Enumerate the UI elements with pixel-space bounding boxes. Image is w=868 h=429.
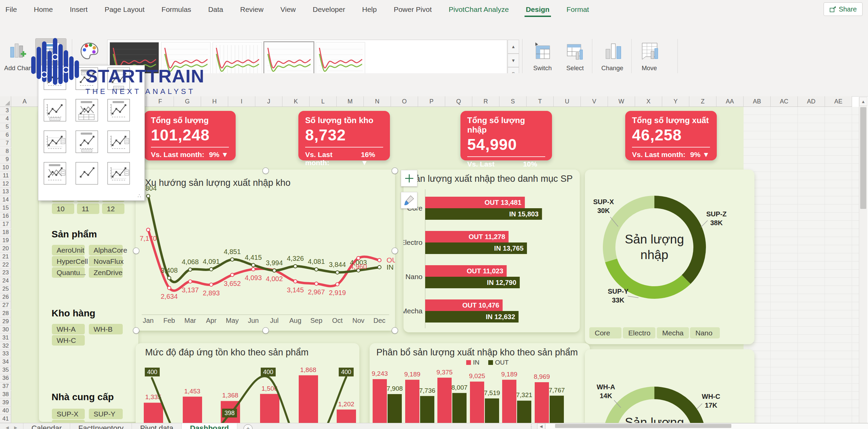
horizontal-scrollbar[interactable]: ⋮ ◀ [529, 424, 868, 429]
ribbon-tab-data[interactable]: Data [208, 4, 224, 15]
menu-resize-grip[interactable]: ∴ [138, 193, 142, 199]
row-header-17[interactable]: 17 [0, 220, 11, 229]
row-header-34[interactable]: 34 [0, 358, 11, 366]
select-all-corner[interactable] [0, 96, 11, 107]
row-header-38[interactable]: 38 [0, 391, 11, 399]
slicer-button-month[interactable]: 12 [102, 203, 124, 214]
selection-handle[interactable] [392, 248, 398, 254]
gallery-scroll-up-icon[interactable]: ▲ [508, 40, 519, 54]
slicer-button[interactable]: WH-B [89, 324, 123, 334]
row-header-36[interactable]: 36 [0, 374, 11, 383]
chart-styles-button[interactable] [401, 192, 417, 209]
quick-layout-option[interactable] [107, 99, 130, 121]
chart-elements-button[interactable] [401, 170, 417, 187]
sheet-tab-factinventory[interactable]: FactInventory [70, 423, 132, 429]
vertical-scrollbar[interactable]: ▲ [859, 97, 867, 423]
donut-filter-button[interactable]: Mecha [657, 327, 689, 338]
quick-layout-option[interactable] [44, 131, 66, 153]
row-header-25[interactable]: 25 [0, 285, 11, 293]
slicer-button[interactable]: AlphaCore [89, 245, 123, 255]
row-header-40[interactable]: 40 [0, 407, 11, 415]
column-header-U[interactable]: U [554, 96, 581, 107]
ribbon-tab-home[interactable]: Home [33, 4, 54, 15]
donut-filter-button[interactable]: Nano [690, 327, 720, 338]
column-header-I[interactable]: I [228, 96, 255, 107]
column-header-O[interactable]: O [391, 96, 418, 107]
row-header-13[interactable]: 13 [0, 188, 11, 196]
kpi-card[interactable]: Số lượng tồn kho8,732Vs. Last month:16% … [298, 111, 390, 160]
row-header-27[interactable]: 27 [0, 301, 11, 310]
slicer-button[interactable]: HyperCell [52, 256, 85, 267]
slicer-button[interactable]: WH-A [52, 324, 85, 334]
column-header-V[interactable]: V [581, 96, 608, 107]
column-header-R[interactable]: R [472, 96, 499, 107]
vscroll-up-icon[interactable]: ▲ [859, 97, 867, 106]
quick-layout-option[interactable] [76, 131, 98, 153]
row-header-18[interactable]: 18 [0, 229, 11, 237]
quick-layout-option[interactable] [44, 162, 66, 184]
donut-filter-button[interactable]: Core [589, 327, 622, 338]
slicer-button[interactable]: SUP-Y [89, 409, 123, 419]
row-header-3[interactable]: 3 [0, 107, 11, 115]
quick-layout-option[interactable] [44, 99, 66, 121]
row-header-14[interactable]: 14 [0, 196, 11, 204]
row-header-10[interactable]: 10 [0, 163, 11, 172]
chart-category-tile[interactable]: Sản lượng xuất nhập theo danh mục SPOUT … [403, 170, 580, 332]
column-header-K[interactable]: K [282, 96, 310, 107]
ribbon-tab-pivotchart-analyze[interactable]: PivotChart Analyze [448, 4, 509, 15]
column-header-Z[interactable]: Z [689, 96, 716, 107]
ribbon-tab-view[interactable]: View [280, 4, 296, 15]
ribbon-tab-insert[interactable]: Insert [69, 4, 88, 15]
slicer-button[interactable]: ZenDrive [89, 267, 123, 278]
share-button[interactable]: Share [824, 2, 863, 16]
row-header-6[interactable]: 6 [0, 131, 11, 139]
ribbon-tab-file[interactable]: File [5, 4, 18, 15]
column-header-W[interactable]: W [608, 96, 635, 107]
row-header-28[interactable]: 28 [0, 310, 11, 318]
ribbon-tab-page-layout[interactable]: Page Layout [104, 4, 145, 15]
quick-layout-option[interactable] [76, 162, 98, 184]
column-header-AA[interactable]: AA [716, 96, 744, 107]
slicer-button[interactable]: WH-C [52, 335, 85, 346]
column-header-P[interactable]: P [418, 96, 445, 107]
row-header-12[interactable]: 12 [0, 180, 11, 188]
column-header-L[interactable]: L [310, 96, 337, 107]
ribbon-tab-help[interactable]: Help [361, 4, 377, 15]
slicer-button[interactable]: SUP-X [52, 409, 85, 419]
slicer-button-month[interactable]: 11 [77, 203, 99, 214]
column-header-AE[interactable]: AE [825, 96, 852, 107]
row-header-21[interactable]: 21 [0, 253, 11, 261]
row-header-41[interactable]: 41 [0, 415, 11, 423]
row-header-19[interactable]: 19 [0, 236, 11, 245]
row-header-39[interactable]: 39 [0, 398, 11, 407]
chart-inout-product-tile[interactable]: Phân bổ sản lượng xuất nhập kho theo sản… [370, 343, 590, 429]
add-sheet-icon[interactable]: + [243, 424, 253, 429]
sheet-tab-calendar[interactable]: Calendar [23, 423, 70, 429]
chart-trend-tile[interactable]: Xu hướng sản lượng xuất nhập khoJanFebMa… [136, 170, 395, 331]
column-header-X[interactable]: X [635, 96, 662, 107]
row-header-23[interactable]: 23 [0, 269, 11, 277]
row-header-15[interactable]: 15 [0, 204, 11, 212]
column-header-AD[interactable]: AD [798, 96, 825, 107]
gallery-scroll-down-icon[interactable]: ▼ [508, 54, 519, 67]
slicer-button[interactable]: Quantu... [52, 267, 85, 278]
slicer-button[interactable]: AeroUnit [52, 245, 85, 255]
row-header-31[interactable]: 31 [0, 334, 11, 342]
sheet-nav-left-icon[interactable]: ◄ [5, 425, 10, 429]
row-header-4[interactable]: 4 [0, 115, 11, 123]
row-header-9[interactable]: 9 [0, 155, 11, 163]
column-header-J[interactable]: J [255, 96, 282, 107]
quick-layout-option[interactable] [107, 131, 130, 153]
row-header-7[interactable]: 7 [0, 139, 11, 148]
selection-handle[interactable] [133, 248, 139, 254]
slicer-button-month[interactable]: 10 [52, 203, 74, 214]
kpi-card[interactable]: Tổng số lượng xuất46,258Vs. Last month:9… [625, 111, 717, 160]
chart-supplier-donut-tile[interactable]: Sản lượngnhậpSUP-X30KSUP-Z38KSUP-Y33KCor… [585, 170, 754, 344]
sheet-tab-dashboard[interactable]: Dashboard [182, 423, 237, 429]
quick-layout-option[interactable] [107, 162, 130, 184]
row-header-26[interactable]: 26 [0, 293, 11, 301]
sheet-tab-pivot-data[interactable]: Pivot data [132, 423, 182, 429]
column-header-M[interactable]: M [337, 96, 364, 107]
selection-handle[interactable] [392, 168, 398, 174]
column-header-T[interactable]: T [527, 96, 554, 107]
